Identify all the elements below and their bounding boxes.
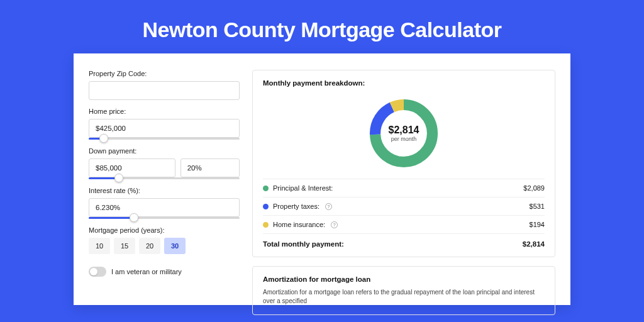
- total-row: Total monthly payment: $2,814: [263, 233, 545, 248]
- legend-label: Home insurance:: [273, 221, 325, 228]
- down-payment-label: Down payment:: [89, 147, 240, 155]
- hero: Newton County Mortgage Calculator: [0, 0, 644, 53]
- period-label: Mortgage period (years):: [89, 226, 240, 234]
- legend-label: Principal & Interest:: [273, 184, 333, 192]
- slider-thumb[interactable]: [99, 134, 108, 143]
- donut-sub: per month: [391, 136, 417, 142]
- down-payment-percent-input[interactable]: [180, 158, 240, 177]
- zip-input[interactable]: [89, 81, 240, 100]
- period-group: Mortgage period (years): 10 15 20 30: [89, 226, 240, 254]
- donut-center: $2,814 per month: [366, 96, 441, 171]
- veteran-row: I am veteran or military: [89, 267, 240, 277]
- info-icon[interactable]: ?: [325, 203, 332, 210]
- home-price-label: Home price:: [89, 108, 240, 115]
- zip-group: Property Zip Code:: [89, 70, 240, 100]
- amortization-card: Amortization for mortgage loan Amortizat…: [252, 266, 555, 315]
- down-payment-amount-input[interactable]: [89, 158, 175, 177]
- home-price-slider[interactable]: [89, 138, 240, 140]
- amortization-title: Amortization for mortgage loan: [263, 275, 545, 283]
- info-icon[interactable]: ?: [331, 221, 338, 228]
- calculator-panel: Property Zip Code: Home price: Down paym…: [74, 53, 570, 305]
- period-buttons: 10 15 20 30: [89, 238, 240, 254]
- period-15-button[interactable]: 15: [114, 238, 135, 254]
- dot-icon: [263, 186, 269, 191]
- legend-label: Property taxes:: [273, 203, 319, 210]
- veteran-toggle[interactable]: [89, 267, 106, 277]
- legend-row-principal: Principal & Interest: $2,089: [263, 179, 545, 197]
- interest-rate-group: Interest rate (%):: [89, 187, 240, 219]
- form-column: Property Zip Code: Home price: Down paym…: [89, 70, 240, 289]
- page-title: Newton County Mortgage Calculator: [0, 18, 644, 42]
- legend-row-taxes: Property taxes: ? $531: [263, 197, 545, 215]
- period-20-button[interactable]: 20: [139, 238, 160, 254]
- breakdown-title: Monthly payment breakdown:: [263, 79, 545, 87]
- interest-rate-slider[interactable]: [89, 217, 240, 219]
- breakdown-card: Monthly payment breakdown: $2,814 per mo…: [252, 70, 555, 257]
- toggle-knob: [90, 268, 97, 275]
- legend-row-insurance: Home insurance: ? $194: [263, 215, 545, 233]
- slider-thumb[interactable]: [130, 213, 138, 222]
- total-label: Total monthly payment:: [263, 240, 344, 248]
- interest-rate-label: Interest rate (%):: [89, 187, 240, 194]
- slider-thumb[interactable]: [114, 174, 123, 182]
- dot-icon: [263, 222, 269, 228]
- down-payment-slider[interactable]: [89, 177, 240, 179]
- interest-rate-input[interactable]: [89, 198, 240, 217]
- period-30-button[interactable]: 30: [164, 238, 186, 254]
- period-10-button[interactable]: 10: [89, 238, 110, 254]
- donut-chart-wrap: $2,814 per month: [263, 92, 545, 179]
- down-payment-group: Down payment:: [89, 147, 240, 179]
- veteran-label: I am veteran or military: [111, 268, 182, 275]
- dot-icon: [263, 204, 269, 209]
- zip-label: Property Zip Code:: [89, 70, 240, 77]
- legend-value: $531: [530, 203, 545, 210]
- donut-amount: $2,814: [389, 125, 419, 136]
- total-value: $2,814: [523, 240, 545, 248]
- legend-value: $2,089: [523, 184, 545, 192]
- home-price-input[interactable]: [89, 119, 240, 138]
- amortization-text: Amortization for a mortgage loan refers …: [263, 288, 545, 306]
- home-price-group: Home price:: [89, 108, 240, 140]
- donut-chart: $2,814 per month: [366, 96, 441, 171]
- results-column: Monthly payment breakdown: $2,814 per mo…: [252, 70, 555, 289]
- legend-value: $194: [530, 221, 545, 228]
